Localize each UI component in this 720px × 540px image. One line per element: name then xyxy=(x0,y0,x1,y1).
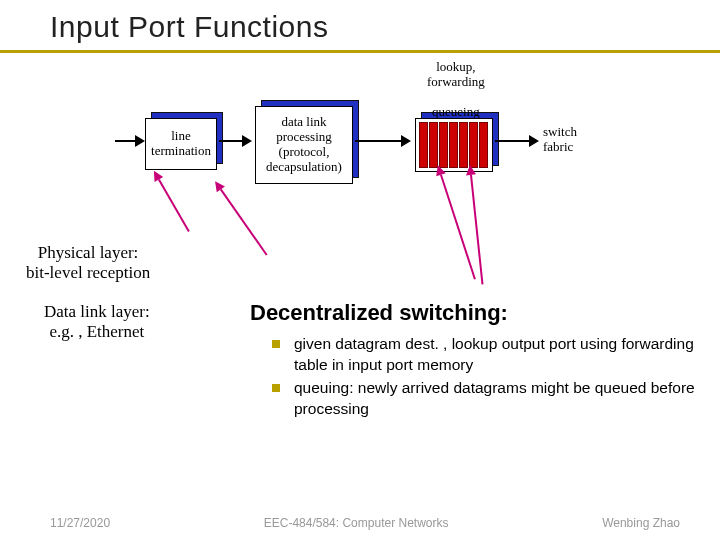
arrow-1-2 xyxy=(219,140,244,142)
diagram-area: line termination data link processing (p… xyxy=(145,90,605,220)
bullet-square-icon xyxy=(272,384,280,392)
bullet-item: given datagram dest. , lookup output por… xyxy=(272,334,700,376)
decentralized-block: Decentralized switching: given datagram … xyxy=(250,300,700,422)
switch-fabric-label: switch fabric xyxy=(543,125,577,155)
bullet-text: queuing: newly arrived datagrams might b… xyxy=(294,378,700,420)
arrow-out xyxy=(495,140,531,142)
footer-author: Wenbing Zhao xyxy=(602,516,680,530)
queue-slot xyxy=(479,122,488,168)
box3-label: lookup, forwarding queueing xyxy=(427,60,485,120)
box-queue xyxy=(415,118,493,172)
queue-slot xyxy=(439,122,448,168)
bullet-item: queuing: newly arrived datagrams might b… xyxy=(272,378,700,420)
footer-date: 11/27/2020 xyxy=(50,516,110,530)
queue-slot xyxy=(419,122,428,168)
footer: 11/27/2020 EEC-484/584: Computer Network… xyxy=(0,516,720,530)
footer-course: EEC-484/584: Computer Networks xyxy=(264,516,449,530)
arrow-in xyxy=(115,140,137,142)
box-data-link: data link processing (protocol, decapsul… xyxy=(255,106,353,184)
annotation-datalink: Data link layer: e.g. , Ethernet xyxy=(44,302,150,343)
queue-slot xyxy=(459,122,468,168)
box-line-termination: line termination xyxy=(145,118,217,170)
arrow-2-3 xyxy=(355,140,403,142)
queue-slot xyxy=(429,122,438,168)
slide-title: Input Port Functions xyxy=(0,0,720,53)
queue-slot xyxy=(469,122,478,168)
annotation-physical: Physical layer: bit-level reception xyxy=(26,243,150,284)
bullet-text: given datagram dest. , lookup output por… xyxy=(294,334,700,376)
decentralized-heading: Decentralized switching: xyxy=(250,300,700,326)
bullet-square-icon xyxy=(272,340,280,348)
queue-slot xyxy=(449,122,458,168)
